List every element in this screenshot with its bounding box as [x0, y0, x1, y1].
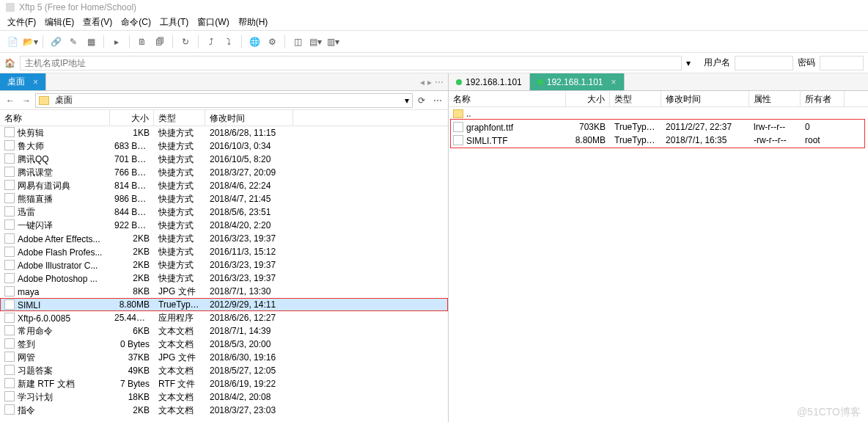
- file-row[interactable]: graphfont.ttf703KBTrueType...2011/2/27, …: [449, 120, 868, 134]
- remote-file-list[interactable]: ..graphfont.ttf703KBTrueType...2011/2/27…: [449, 107, 868, 422]
- col-name[interactable]: 名称: [0, 110, 110, 125]
- tab-label: 192.168.1.101: [547, 77, 603, 87]
- tab-left-icon[interactable]: ◂: [420, 77, 424, 87]
- file-row[interactable]: 快剪辑1KB快捷方式2018/6/28, 11:15: [0, 126, 448, 139]
- menu-item[interactable]: 编辑(E): [40, 16, 78, 29]
- app-icon: [6, 3, 15, 12]
- play-icon[interactable]: ▸: [108, 34, 125, 50]
- close-icon[interactable]: ×: [611, 77, 617, 87]
- tab-label: 192.168.1.101: [466, 77, 522, 87]
- pass-label: 密码: [798, 57, 815, 69]
- app-title: Xftp 5 (Free for Home/School): [19, 0, 136, 15]
- col-mtime[interactable]: 修改时间: [205, 110, 293, 125]
- col-owner[interactable]: 所有者: [801, 91, 845, 106]
- pass-input[interactable]: [820, 56, 864, 70]
- file-row[interactable]: Xftp-6.0.008525.44MB应用程序2018/6/26, 12:27: [0, 311, 448, 324]
- col-type[interactable]: 类型: [610, 91, 661, 106]
- status-dot-icon: [537, 79, 543, 85]
- path-input[interactable]: 桌面▾: [35, 93, 413, 108]
- menu-bar: 文件(F)编辑(E)查看(V)命令(C)工具(T)窗口(W)帮助(H): [0, 15, 868, 31]
- doc-icon[interactable]: 🗎: [134, 34, 150, 50]
- address-bar: 🏠 ▾ 用户名 密码: [0, 53, 868, 73]
- remote-tabs: 192.168.1.101 192.168.1.101×: [449, 73, 868, 91]
- toolbar: 📄 📂▾ 🔗 ✎ ▦ ▸ 🗎 🗐 ↻ ⤴ ⤵ 🌐 ⚙ ◫ ▤▾ ▥▾: [0, 31, 868, 53]
- file-row[interactable]: 指令2KB文本文档2018/3/27, 23:03: [0, 404, 448, 417]
- file-row[interactable]: Adobe Illustrator C...2KB快捷方式2016/3/23, …: [0, 258, 448, 272]
- local-navbar: ← → 桌面▾ ⟳ ⋯: [0, 91, 448, 110]
- back-icon[interactable]: ←: [3, 93, 18, 108]
- file-row[interactable]: Adobe Flash Profes...2KB快捷方式2016/11/3, 1…: [0, 245, 448, 258]
- file-row[interactable]: Adobe After Effects...2KB快捷方式2016/3/23, …: [0, 232, 448, 245]
- updir-row[interactable]: ..: [449, 107, 868, 120]
- remote-panel: 192.168.1.101 192.168.1.101× 名称 大小 类型 修改…: [449, 73, 868, 422]
- globe-icon[interactable]: 🌐: [246, 34, 262, 50]
- tab-right-icon[interactable]: ▸: [427, 77, 432, 87]
- file-row[interactable]: Adobe Photoshop ...2KB快捷方式2016/3/23, 19:…: [0, 272, 448, 285]
- property-icon[interactable]: ▦: [83, 34, 99, 50]
- up-icon[interactable]: ⋯: [430, 93, 445, 108]
- file-row[interactable]: maya8KBJPG 文件2018/7/1, 13:30: [0, 285, 448, 298]
- local-panel: 桌面 × ◂▸⋯ ← → 桌面▾ ⟳ ⋯ 名称 大小 类型 修改时间 快剪辑1K…: [0, 73, 449, 422]
- file-row[interactable]: 鲁大师683 Bytes快捷方式2016/10/3, 0:34: [0, 139, 448, 153]
- user-label: 用户名: [704, 57, 730, 69]
- col-name[interactable]: 名称: [449, 91, 566, 106]
- local-header: 名称 大小 类型 修改时间: [0, 110, 448, 126]
- forward-icon[interactable]: →: [19, 93, 34, 108]
- cursor-up-icon[interactable]: ⤴: [203, 34, 219, 50]
- local-tabs: 桌面 × ◂▸⋯: [0, 73, 448, 91]
- file-row[interactable]: 迅雷844 Bytes快捷方式2018/5/6, 23:51: [0, 205, 448, 219]
- menu-item[interactable]: 查看(V): [78, 16, 117, 29]
- menu-item[interactable]: 文件(F): [3, 16, 40, 29]
- close-icon[interactable]: ×: [33, 77, 38, 87]
- open-icon[interactable]: 📂▾: [22, 34, 38, 50]
- menu-item[interactable]: 命令(C): [117, 16, 155, 29]
- new-session-icon[interactable]: 📄: [4, 34, 21, 50]
- refresh-icon[interactable]: ↻: [177, 34, 194, 50]
- tab-label: 桌面: [7, 76, 25, 88]
- col-mtime[interactable]: 修改时间: [661, 91, 749, 106]
- tab-remote-1[interactable]: 192.168.1.101: [449, 73, 530, 90]
- file-row[interactable]: 一键闪译922 Bytes快捷方式2018/4/20, 2:20: [0, 219, 448, 232]
- menu-item[interactable]: 帮助(H): [234, 16, 273, 29]
- file-row[interactable]: 签到0 Bytes文本文档2018/5/3, 20:00: [0, 338, 448, 351]
- file-row[interactable]: 新建 RTF 文档7 BytesRTF 文件2018/6/19, 19:22: [0, 377, 448, 390]
- remote-header: 名称 大小 类型 修改时间 属性 所有者: [449, 91, 868, 107]
- title-bar: Xftp 5 (Free for Home/School): [0, 0, 868, 15]
- file-row[interactable]: 学习计划18KB文本文档2018/4/2, 20:08: [0, 390, 448, 404]
- local-file-list[interactable]: 快剪辑1KB快捷方式2018/6/28, 11:15鲁大师683 Bytes快捷…: [0, 126, 448, 422]
- wand-icon[interactable]: ✎: [65, 34, 81, 50]
- file-row[interactable]: SIMLI.TTF8.80MBTrueType...2018/7/1, 16:3…: [449, 134, 868, 147]
- watermark: @51CTO博客: [797, 406, 861, 419]
- menu-item[interactable]: 工具(T): [155, 16, 193, 29]
- refresh-icon[interactable]: ⟳: [414, 93, 429, 108]
- host-input[interactable]: [20, 56, 682, 70]
- copy-icon[interactable]: 🗐: [152, 34, 168, 50]
- layout-icon[interactable]: ▤▾: [307, 34, 323, 50]
- col-size[interactable]: 大小: [566, 91, 610, 106]
- user-input[interactable]: [735, 56, 793, 70]
- file-row[interactable]: SIMLI8.80MBTrueType...2012/9/29, 14:11: [0, 298, 448, 311]
- connect-icon[interactable]: 🔗: [48, 34, 64, 50]
- col-attr[interactable]: 属性: [749, 91, 801, 106]
- file-row[interactable]: 常用命令6KB文本文档2018/7/1, 14:39: [0, 324, 448, 338]
- file-row[interactable]: 腾讯QQ701 Bytes快捷方式2016/10/5, 8:20: [0, 153, 448, 166]
- cursor-down-icon[interactable]: ⤵: [221, 34, 237, 50]
- file-row[interactable]: 腾讯课堂766 Bytes快捷方式2018/3/27, 20:09: [0, 166, 448, 179]
- menu-item[interactable]: 窗口(W): [193, 16, 233, 29]
- file-row[interactable]: 熊猫直播986 Bytes快捷方式2018/4/7, 21:45: [0, 192, 448, 205]
- tab-more-icon[interactable]: ⋯: [435, 77, 444, 87]
- file-row[interactable]: 网管37KBJPG 文件2018/6/30, 19:16: [0, 351, 448, 364]
- status-dot-icon: [456, 79, 462, 85]
- tab-remote-2[interactable]: 192.168.1.101×: [530, 73, 625, 90]
- panes-icon[interactable]: ▥▾: [325, 34, 341, 50]
- columns-icon[interactable]: ◫: [290, 34, 306, 50]
- gear-icon[interactable]: ⚙: [264, 34, 280, 50]
- tab-desktop[interactable]: 桌面 ×: [0, 73, 46, 90]
- host-dropdown-icon[interactable]: ▾: [686, 58, 691, 68]
- file-row[interactable]: 习题答案49KB文本文档2018/5/27, 12:05: [0, 364, 448, 377]
- file-row[interactable]: 网易有道词典814 Bytes快捷方式2018/4/6, 22:24: [0, 179, 448, 192]
- col-type[interactable]: 类型: [154, 110, 205, 125]
- host-icon: 🏠: [4, 58, 15, 68]
- col-size[interactable]: 大小: [110, 110, 154, 125]
